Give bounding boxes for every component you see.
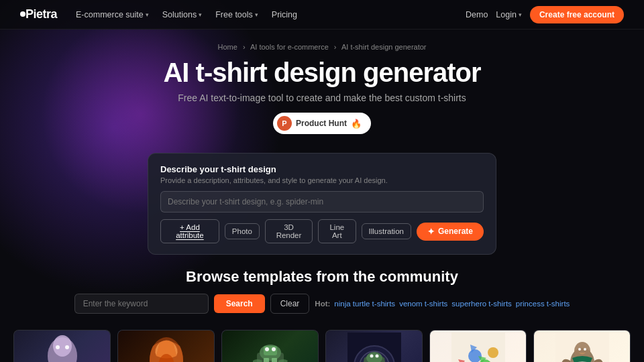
- product-hunt-icon: P: [277, 116, 292, 131]
- template-image-4: [326, 330, 422, 362]
- hot-tag-venom[interactable]: venom t-shirts: [399, 300, 447, 308]
- page-title: AI t-shirt design generator: [13, 58, 631, 87]
- svg-point-21: [468, 349, 482, 363]
- chevron-down-icon: ▾: [199, 11, 202, 18]
- add-attribute-button[interactable]: + Add attribute: [160, 219, 219, 243]
- template-image-2: [118, 330, 214, 362]
- template-svg-4: [347, 333, 401, 363]
- hot-tag-princess[interactable]: princess t-shirts: [516, 300, 570, 308]
- style-3d-button[interactable]: 3D Render: [265, 219, 313, 243]
- browse-section: Browse templates from the community Sear…: [0, 255, 644, 330]
- generator-description: Provide a description, attributes, and s…: [160, 176, 484, 184]
- keyword-search-input[interactable]: [74, 294, 209, 314]
- design-input[interactable]: [160, 191, 484, 213]
- template-card-3: Leonardo from Teenage Mutant Ninja Turtl…: [221, 330, 319, 362]
- nav-menu: E-commerce suite ▾ Solutions ▾ Free tool…: [70, 7, 303, 22]
- hot-tag-superhero[interactable]: superhero t-shirts: [451, 300, 511, 308]
- clear-button[interactable]: Clear: [270, 294, 310, 314]
- breadcrumb-sep: ›: [243, 43, 246, 51]
- template-svg-2: [140, 333, 193, 363]
- svg-point-18: [375, 354, 378, 357]
- template-card-2: digital art, superhero an, disney-pixar …: [117, 330, 215, 362]
- style-illustration-button[interactable]: Illustration: [362, 223, 411, 239]
- hot-tag-ninja-turtle[interactable]: ninja turtle t-shirts: [334, 300, 395, 308]
- hero-subtitle: Free AI text-to-image tool to create and…: [13, 93, 631, 103]
- navbar: Pietra E-commerce suite ▾ Solutions ▾ Fr…: [0, 0, 644, 29]
- template-card-4: ninja turtle, Ninja Turtles peeking out …: [325, 330, 423, 362]
- svg-point-17: [370, 354, 373, 357]
- create-account-button[interactable]: Create free account: [530, 6, 624, 23]
- browse-title: Browse templates from the community: [13, 268, 631, 286]
- svg-point-28: [584, 348, 586, 351]
- style-photo-button[interactable]: Photo: [225, 223, 260, 239]
- brand-logo[interactable]: Pietra: [20, 7, 57, 21]
- template-card-5: ninja turtle, Silhouettes of the turtles…: [429, 330, 527, 362]
- nav-left: Pietra E-commerce suite ▾ Solutions ▾ Fr…: [20, 7, 303, 22]
- generate-button[interactable]: ✦ Generate: [417, 223, 484, 241]
- svg-point-3: [65, 345, 69, 349]
- template-image-1: [14, 330, 110, 362]
- search-row: Search Clear Hot: ninja turtle t-shirts …: [13, 294, 631, 314]
- style-lineart-button[interactable]: Line Art: [318, 219, 356, 243]
- logo-dot: [20, 11, 25, 17]
- product-hunt-label: Product Hunt: [296, 119, 347, 128]
- templates-grid: pencil drawing of a beautiful young prin…: [0, 330, 644, 362]
- generator-actions: + Add attribute Photo 3D Render Line Art…: [160, 219, 484, 243]
- template-image-6: [534, 330, 630, 362]
- template-card-6: A eagle wearing a Mexican flag bandana S…: [533, 330, 631, 362]
- sparkle-icon: ✦: [427, 227, 435, 237]
- chevron-down-icon: ▾: [519, 11, 522, 18]
- breadcrumb-home[interactable]: Home: [217, 43, 237, 51]
- svg-point-2: [56, 345, 60, 349]
- svg-point-10: [272, 347, 276, 351]
- nav-free-tools[interactable]: Free tools ▾: [210, 7, 264, 22]
- generator-card: Describe your t-shirt design Provide a d…: [148, 153, 496, 255]
- template-svg-5: [451, 333, 505, 363]
- template-card-1: pencil drawing of a beautiful young prin…: [13, 330, 111, 362]
- template-svg-3: [244, 333, 297, 363]
- fire-icon: 🔥: [351, 119, 362, 129]
- hot-tags: Hot: ninja turtle t-shirts venom t-shirt…: [315, 300, 570, 308]
- template-svg-6: [555, 333, 609, 363]
- chevron-down-icon: ▾: [146, 11, 149, 18]
- svg-point-9: [265, 347, 269, 351]
- hot-label: Hot:: [315, 300, 330, 308]
- breadcrumb-ai-tools[interactable]: AI tools for e-commerce: [250, 43, 329, 51]
- breadcrumb-current: AI t-shirt design generator: [341, 43, 427, 51]
- template-svg-1: [36, 333, 89, 363]
- nav-demo-link[interactable]: Demo: [466, 10, 488, 19]
- chevron-down-icon: ▾: [255, 11, 258, 18]
- svg-rect-11: [264, 358, 269, 363]
- nav-right: Demo Login ▾ Create free account: [466, 6, 624, 23]
- nav-pricing[interactable]: Pricing: [266, 7, 303, 22]
- generator-title: Describe your t-shirt design: [160, 164, 484, 174]
- svg-point-23: [488, 347, 498, 358]
- breadcrumb-sep2: ›: [334, 43, 337, 51]
- svg-point-1: [53, 335, 72, 357]
- breadcrumb: Home › AI tools for e-commerce › AI t-sh…: [13, 43, 631, 51]
- product-hunt-badge[interactable]: P Product Hunt 🔥: [273, 113, 371, 134]
- nav-login-link[interactable]: Login ▾: [496, 10, 522, 19]
- template-image-3: [222, 330, 318, 362]
- nav-solutions[interactable]: Solutions ▾: [157, 7, 207, 22]
- hero-section: Home › AI tools for e-commerce › AI t-sh…: [0, 29, 644, 153]
- template-image-5: [430, 330, 526, 362]
- nav-ecommerce-suite[interactable]: E-commerce suite ▾: [70, 7, 154, 22]
- svg-rect-12: [272, 358, 277, 363]
- search-button[interactable]: Search: [214, 294, 265, 313]
- svg-point-27: [578, 348, 581, 351]
